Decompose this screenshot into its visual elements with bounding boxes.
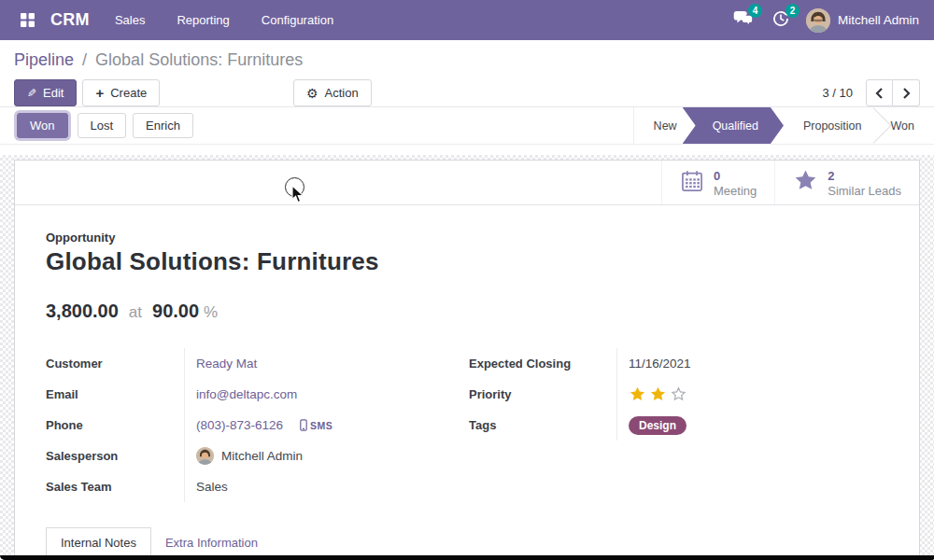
salesperson-label: Salesperson: [46, 441, 184, 471]
status-row: Won Lost Enrich New Qualified Propositio…: [0, 106, 934, 145]
left-field-group: Customer Ready Mat Email info@deltapc.co…: [46, 348, 469, 502]
expected-closing-value[interactable]: 11/16/2021: [629, 357, 691, 371]
field-row-customer: Customer Ready Mat: [46, 348, 469, 379]
expected-closing-label: Expected Closing: [469, 348, 616, 379]
priority-stars: [629, 385, 687, 403]
control-panel: Pipeline / Global Solutions: Furnitures …: [0, 40, 934, 106]
form-sheet: Opportunity Global Solutions: Furnitures…: [15, 205, 919, 558]
mark-lost-button[interactable]: Lost: [78, 113, 127, 138]
pager-counter: 3 / 10: [822, 86, 853, 100]
sales-team-value[interactable]: Sales: [196, 480, 228, 494]
field-row-expected-closing: Expected Closing 11/16/2021: [469, 348, 888, 379]
expected-revenue-row: 3,800.00 at 90.00 %: [46, 301, 888, 322]
apps-menu-icon[interactable]: [15, 8, 39, 33]
app-name[interactable]: CRM: [50, 10, 90, 30]
activities-button[interactable]: 2: [769, 8, 793, 33]
breadcrumb: Pipeline / Global Solutions: Furnitures: [14, 40, 920, 70]
breadcrumb-pipeline-link[interactable]: Pipeline: [14, 50, 74, 69]
breadcrumb-current: Global Solutions: Furnitures: [95, 50, 303, 69]
email-label: Email: [46, 379, 184, 410]
form-view-background: 0 Meeting 2 Similar Leads Opportunity: [0, 155, 934, 560]
pager-previous-button[interactable]: [866, 79, 893, 106]
tag-design[interactable]: Design: [629, 416, 686, 435]
probability-value: 90.00: [152, 301, 199, 322]
star-filled-icon[interactable]: [649, 385, 667, 403]
customer-label: Customer: [46, 348, 184, 379]
customer-value-link[interactable]: Ready Mat: [196, 357, 257, 371]
stage-qualified-active[interactable]: Qualified: [683, 107, 784, 144]
gear-icon: ⚙: [306, 87, 318, 100]
activities-badge: 2: [785, 4, 800, 18]
field-row-salesperson: Salesperson Mitchell Admin: [46, 441, 469, 471]
top-navbar: CRM Sales Reporting Configuration 4 2: [0, 0, 934, 40]
create-button[interactable]: + Create: [82, 79, 160, 106]
chevron-right-icon: [902, 88, 911, 99]
send-sms-button[interactable]: SMS: [300, 419, 333, 431]
stage-won[interactable]: Won: [871, 107, 934, 144]
at-word: at: [129, 303, 142, 322]
meeting-label: Meeting: [714, 184, 757, 199]
calendar-icon: [680, 169, 704, 197]
star-icon: [793, 168, 818, 197]
field-row-email: Email info@deltapc.com: [46, 379, 469, 410]
right-field-group: Expected Closing 11/16/2021 Priority: [469, 348, 888, 502]
user-menu[interactable]: Mitchell Admin: [806, 8, 919, 33]
record-type-label: Opportunity: [46, 231, 888, 245]
salesperson-value[interactable]: Mitchell Admin: [221, 449, 303, 463]
opportunity-form-card: 0 Meeting 2 Similar Leads Opportunity: [14, 160, 920, 560]
meeting-stat-button[interactable]: 0 Meeting: [661, 161, 774, 204]
edit-button[interactable]: ✎ Edit: [14, 79, 77, 106]
chevron-left-icon: [875, 88, 884, 99]
crm-app-window: CRM Sales Reporting Configuration 4 2: [0, 0, 934, 560]
control-buttons-row: ✎ Edit + Create ⚙ Action 3 / 10: [14, 79, 920, 106]
tab-internal-notes[interactable]: Internal Notes: [46, 527, 151, 558]
mark-won-button[interactable]: Won: [17, 113, 68, 138]
field-row-sales-team: Sales Team Sales: [46, 471, 469, 502]
stage-statusbar: New Qualified Proposition Won: [633, 107, 934, 144]
email-value-link[interactable]: info@deltapc.com: [196, 387, 297, 401]
expected-revenue-value: 3,800.00: [46, 301, 119, 322]
breadcrumb-separator: /: [82, 50, 87, 69]
user-name: Mitchell Admin: [838, 13, 919, 27]
star-filled-icon[interactable]: [629, 385, 646, 403]
similar-leads-count: 2: [828, 169, 901, 184]
menu-reporting[interactable]: Reporting: [161, 0, 245, 40]
tags-label: Tags: [469, 410, 616, 441]
top-menu: Sales Reporting Configuration: [99, 0, 349, 40]
field-groups: Customer Ready Mat Email info@deltapc.co…: [46, 348, 888, 502]
record-pager: 3 / 10: [822, 79, 920, 106]
similar-leads-stat-button[interactable]: 2 Similar Leads: [774, 161, 919, 204]
plus-icon: +: [95, 86, 104, 100]
phone-value-link[interactable]: (803)-873-6126: [196, 418, 283, 432]
star-empty-icon[interactable]: [670, 385, 687, 403]
messages-badge: 4: [748, 4, 762, 18]
phone-label: Phone: [46, 410, 184, 441]
priority-label: Priority: [469, 379, 616, 410]
card-button-box: 0 Meeting 2 Similar Leads: [15, 161, 919, 205]
mobile-phone-icon: [300, 419, 307, 431]
similar-leads-label: Similar Leads: [828, 184, 901, 199]
field-row-priority: Priority: [469, 379, 888, 410]
percent-sign: %: [204, 303, 218, 322]
enrich-button[interactable]: Enrich: [133, 113, 193, 138]
menu-configuration[interactable]: Configuration: [246, 0, 349, 40]
opportunity-title: Global Solutions: Furnitures: [46, 247, 888, 276]
menu-sales[interactable]: Sales: [99, 0, 162, 40]
salesperson-avatar: [196, 447, 214, 465]
pager-next-button[interactable]: [893, 79, 920, 106]
meeting-count: 0: [714, 169, 757, 184]
user-avatar: [806, 8, 830, 33]
sales-team-label: Sales Team: [46, 471, 184, 502]
tab-extra-information[interactable]: Extra Information: [151, 528, 272, 557]
field-row-phone: Phone (803)-873-6126 SMS: [46, 410, 469, 441]
messages-button[interactable]: 4: [731, 8, 756, 33]
notebook-tabs: Internal Notes Extra Information: [46, 527, 888, 558]
window-bottom-edge: [0, 555, 934, 560]
pencil-icon: ✎: [27, 87, 36, 100]
action-menu-button[interactable]: ⚙ Action: [293, 79, 372, 106]
sms-label: SMS: [310, 420, 333, 431]
field-row-tags: Tags Design: [469, 410, 888, 441]
mouse-cursor-icon: [291, 185, 304, 203]
